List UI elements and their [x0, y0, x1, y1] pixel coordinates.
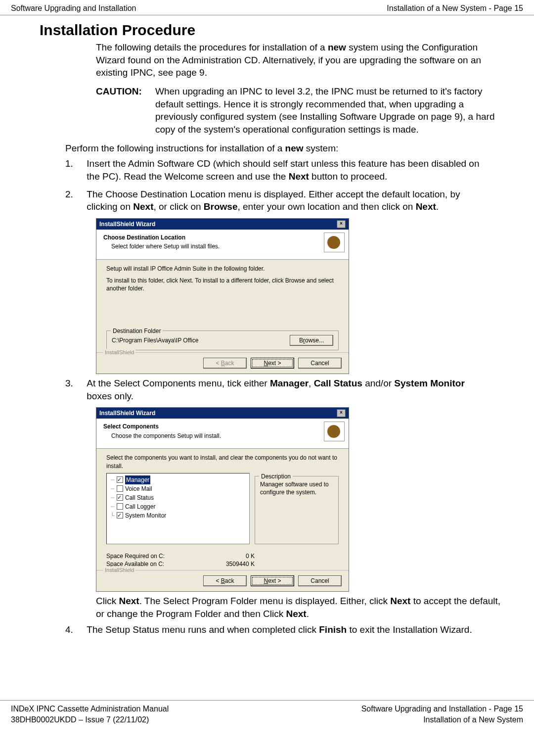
page-header: Software Upgrading and Installation Inst…	[0, 0, 534, 15]
component-voicemail-label: Voice Mail	[125, 484, 152, 493]
step-2-next: Next	[133, 201, 153, 212]
destination-path: C:\Program Files\Avaya\IP Office	[112, 336, 198, 344]
footer-right-line2: Installation of a New System	[361, 714, 523, 725]
step-3-c: boxes only.	[87, 391, 134, 401]
footer-right: Software Upgrading and Installation - Pa…	[361, 704, 523, 725]
tree-line-icon: └	[110, 511, 115, 520]
step-list: 1. Insert the Admin Software CD (which s…	[65, 157, 523, 213]
browse-button[interactable]: Browse...	[290, 335, 333, 346]
step-4-finish: Finish	[319, 624, 347, 635]
step-1-next: Next	[289, 171, 309, 182]
header-left: Software Upgrading and Installation	[11, 3, 136, 14]
checkbox-manager[interactable]	[117, 476, 123, 483]
cancel-button[interactable]: Cancel	[298, 575, 342, 586]
component-callstatus-label: Call Status	[125, 493, 154, 502]
installshield-brand: InstallShield	[103, 567, 135, 574]
space-available-value: 3509440 K	[205, 560, 255, 568]
dialog-choose-destination: InstallShield Wizard × Choose Destinatio…	[96, 218, 349, 374]
back-button[interactable]: < Back	[203, 358, 247, 369]
next-button[interactable]: Next >	[251, 575, 294, 586]
footer-left-line1: INDeX IPNC Cassette Administration Manua…	[11, 704, 169, 714]
component-manager[interactable]: ┄ Manager	[110, 475, 246, 484]
step-4-a: The Setup Status menu runs and when comp…	[87, 624, 319, 635]
tree-line-icon: ┄	[110, 475, 115, 484]
dialog1-wrap: InstallShield Wizard × Choose Destinatio…	[96, 218, 523, 374]
back-button[interactable]: < Back	[203, 575, 247, 586]
dialog2-header-title: Select Components	[103, 423, 342, 430]
dialog1-header: Choose Destination Location Select folde…	[96, 230, 349, 260]
footer-right-line1: Software Upgrading and Installation - Pa…	[361, 704, 523, 714]
component-list[interactable]: ┄ Manager ┄ Voice Mail ┄ Call Sta	[106, 473, 250, 544]
step-list-end: 4. The Setup Status menu runs and when c…	[65, 623, 523, 636]
checkbox-callstatus[interactable]	[117, 494, 123, 501]
intro-new-bold: new	[328, 42, 346, 52]
step-3b: Click Next. The Select Program Folder me…	[96, 595, 508, 620]
checkbox-sysmon[interactable]	[117, 512, 123, 519]
component-sysmon[interactable]: └ System Monitor	[110, 511, 246, 520]
space-required-value: 0 K	[205, 552, 255, 560]
close-icon[interactable]: ×	[337, 220, 346, 228]
step-2: 2. The Choose Destination Location menu …	[95, 188, 523, 213]
checkbox-calllogger[interactable]	[117, 503, 123, 510]
description-box: Description Manager software used to con…	[255, 473, 339, 544]
perform-b: system:	[304, 143, 339, 153]
checkbox-voicemail[interactable]	[117, 485, 123, 492]
dialog2-pane: Select the components you want to instal…	[96, 449, 349, 570]
dialog2-titlebar: InstallShield Wizard ×	[96, 408, 349, 419]
step-3-sysmon: System Monitor	[394, 378, 465, 388]
dialog2-wrap: InstallShield Wizard × Select Components…	[96, 407, 523, 592]
dialog1-titlebar: InstallShield Wizard ×	[96, 219, 349, 230]
step-3b-b: . The Select Program Folder menu is disp…	[139, 596, 391, 606]
dialog1-line1: Setup will install IP Office Admin Suite…	[106, 265, 339, 273]
step-1: 1. Insert the Admin Software CD (which s…	[95, 157, 523, 183]
page-footer: INDeX IPNC Cassette Administration Manua…	[0, 700, 534, 728]
tree-line-icon: ┄	[110, 484, 115, 493]
component-callstatus[interactable]: ┄ Call Status	[110, 493, 246, 502]
caution-label: CAUTION:	[96, 85, 155, 136]
step-3b-d: .	[307, 609, 309, 619]
description-legend: Description	[259, 472, 293, 480]
footer-left: INDeX IPNC Cassette Administration Manua…	[11, 704, 169, 725]
destination-folder-group: Destination Folder C:\Program Files\Avay…	[106, 331, 339, 350]
step-3b-a: Click	[96, 596, 119, 606]
step-1-a: Insert the Admin Software CD (which shou…	[87, 158, 479, 182]
space-required-label: Space Required on C:	[106, 552, 205, 560]
step-3-sep1: ,	[309, 378, 314, 388]
step-4-num: 4.	[65, 623, 84, 636]
step-2-browse: Browse	[204, 201, 238, 212]
dialog2-instr: Select the components you want to instal…	[106, 454, 339, 470]
cancel-button[interactable]: Cancel	[298, 358, 342, 369]
close-icon[interactable]: ×	[337, 409, 346, 417]
step-2-next2: Next	[416, 201, 436, 212]
description-text: Manager software used to configure the s…	[260, 480, 333, 496]
step-2-b: , or click on	[153, 201, 203, 212]
header-right: Installation of a New System - Page 15	[387, 3, 523, 14]
dialog1-header-sub: Select folder where Setup will install f…	[111, 242, 342, 250]
dialog-select-components: InstallShield Wizard × Select Components…	[96, 407, 349, 592]
section-title: Installation Procedure	[40, 20, 523, 41]
dialog2-header: Select Components Choose the components …	[96, 419, 349, 449]
step-4: 4. The Setup Status menu runs and when c…	[95, 623, 523, 636]
step-3-callstatus: Call Status	[314, 378, 362, 388]
component-voicemail[interactable]: ┄ Voice Mail	[110, 484, 246, 493]
intro-paragraph: The following details the procedures for…	[96, 41, 508, 136]
step-1-c: button to proceed.	[309, 171, 387, 182]
next-button[interactable]: Next >	[251, 358, 294, 369]
space-grid: Space Required on C: 0 K Space Available…	[106, 552, 339, 568]
tree-line-icon: ┄	[110, 493, 115, 502]
step-3b-next3: Next	[286, 609, 306, 619]
component-calllogger[interactable]: ┄ Call Logger	[110, 502, 246, 511]
dialog1-footer: InstallShield < Back Next > Cancel	[96, 352, 349, 374]
step-3-b: and/or	[362, 378, 394, 388]
step-3b-next2: Next	[390, 596, 410, 606]
dialog2-header-sub: Choose the components Setup will install…	[111, 432, 342, 440]
footer-left-line2: 38DHB0002UKDD – Issue 7 (22/11/02)	[11, 714, 169, 725]
step-3b-next: Next	[119, 596, 139, 606]
bottom-spacer	[0, 641, 534, 685]
step-2-d: .	[436, 201, 439, 212]
dialog1-line2: To install to this folder, click Next. T…	[106, 277, 339, 292]
dialog2-footer: InstallShield < Back Next > Cancel	[96, 570, 349, 591]
step-2-c: , enter your own location and then click…	[237, 201, 415, 212]
perform-line: Perform the following instructions for i…	[65, 142, 508, 155]
component-calllogger-label: Call Logger	[125, 502, 155, 511]
